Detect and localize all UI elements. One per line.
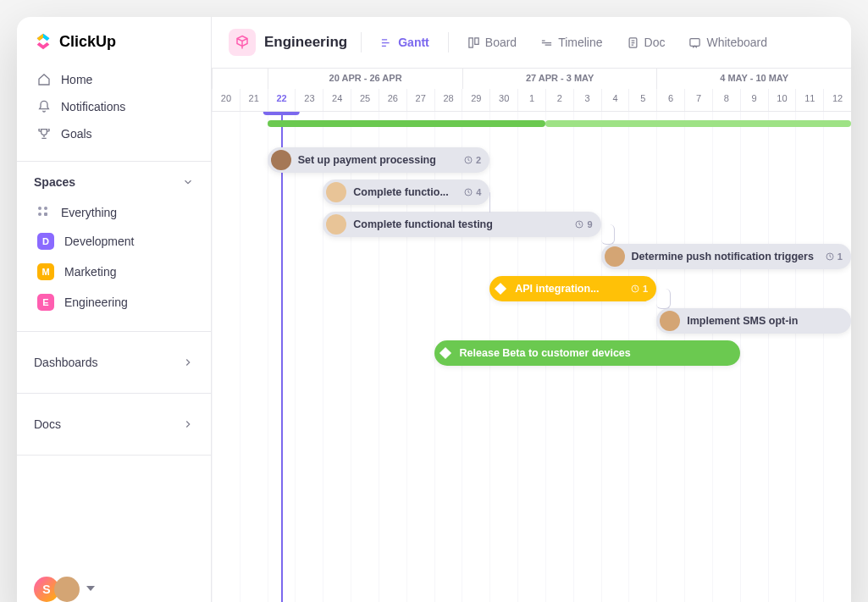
nav-home-label: Home bbox=[61, 73, 92, 86]
task-label: Complete functional testing bbox=[353, 218, 493, 230]
chevron-right-icon bbox=[182, 356, 194, 368]
day-cell: 12 bbox=[823, 89, 851, 111]
svg-point-2 bbox=[38, 213, 41, 216]
chevron-right-icon bbox=[182, 418, 194, 430]
timeline-icon bbox=[540, 36, 553, 49]
subtask-count: 2 bbox=[463, 155, 481, 165]
svg-point-1 bbox=[44, 207, 47, 210]
board-icon bbox=[467, 36, 480, 49]
nav-goals[interactable]: Goals bbox=[27, 120, 201, 147]
user-menu[interactable]: S bbox=[17, 560, 211, 602]
task-label: Set up payment processing bbox=[298, 154, 436, 166]
caret-down-icon bbox=[86, 586, 95, 593]
assignee-avatar bbox=[326, 182, 346, 202]
sidebar: ClickUp Home Notifications Goals Spaces bbox=[17, 17, 212, 602]
trophy-icon bbox=[37, 127, 51, 141]
milestone-icon bbox=[440, 347, 451, 359]
task-label: Determine push notification triggers bbox=[632, 251, 814, 262]
day-cell: 1 bbox=[517, 89, 545, 111]
day-cell: 24 bbox=[323, 89, 351, 111]
space-item-development[interactable]: DDevelopment bbox=[27, 226, 201, 257]
svg-rect-7 bbox=[690, 38, 699, 46]
week-label: 20 APR - 26 APR bbox=[268, 69, 462, 89]
view-tab-doc[interactable]: Doc bbox=[622, 32, 671, 52]
view-tab-board[interactable]: Board bbox=[462, 32, 522, 52]
task-bar[interactable]: API integration...1 bbox=[489, 276, 656, 301]
day-cell: 25 bbox=[351, 89, 379, 111]
day-cell: 30 bbox=[489, 89, 517, 111]
subtask-count: 1 bbox=[825, 251, 843, 262]
task-bar[interactable]: Complete functio...4 bbox=[323, 179, 489, 205]
task-label: Complete functio... bbox=[353, 186, 449, 198]
day-cell: 6 bbox=[656, 89, 684, 111]
nav-home[interactable]: Home bbox=[27, 66, 201, 93]
milestone-icon bbox=[495, 283, 506, 295]
day-cell: 28 bbox=[434, 89, 462, 111]
assignee-avatar bbox=[271, 150, 291, 170]
space-badge: E bbox=[37, 294, 54, 311]
day-cell: 2 bbox=[545, 89, 573, 111]
divider bbox=[17, 161, 211, 162]
brand-name: ClickUp bbox=[59, 33, 116, 51]
day-cell: 5 bbox=[628, 89, 656, 111]
day-cell: 8 bbox=[712, 89, 740, 111]
day-cell: 29 bbox=[462, 89, 489, 111]
assignee-avatar bbox=[326, 214, 346, 235]
spaces-header[interactable]: Spaces bbox=[17, 175, 211, 189]
divider bbox=[17, 455, 211, 456]
space-item-marketing[interactable]: MMarketing bbox=[27, 257, 201, 287]
nav-notifications[interactable]: Notifications bbox=[27, 93, 201, 120]
task-bar[interactable]: Release Beta to customer devices bbox=[434, 340, 740, 366]
divider bbox=[17, 393, 211, 394]
timeline-header: 20 APR - 26 APR27 APR - 3 MAY4 MAY - 10 … bbox=[212, 69, 851, 112]
day-cell: 22 bbox=[268, 89, 296, 111]
bell-icon bbox=[37, 100, 51, 113]
app-window: ClickUp Home Notifications Goals Spaces bbox=[17, 17, 851, 602]
day-cell: 9 bbox=[740, 89, 768, 111]
space-everything[interactable]: Everything bbox=[27, 199, 201, 226]
gantt-chart[interactable]: TODAY Set up payment processing2Complete… bbox=[212, 112, 851, 602]
nav-docs[interactable]: Docs bbox=[17, 407, 211, 441]
day-cell: 10 bbox=[768, 89, 796, 111]
task-bar[interactable]: Set up payment processing2 bbox=[268, 147, 490, 173]
day-cell: 26 bbox=[379, 89, 406, 111]
clickup-logo-icon bbox=[34, 32, 53, 51]
nav-dashboards[interactable]: Dashboards bbox=[17, 345, 211, 379]
current-space[interactable]: Engineering bbox=[229, 29, 347, 56]
day-cell: 11 bbox=[795, 89, 823, 111]
topbar: Engineering Gantt Board Timeline Doc bbox=[212, 17, 851, 69]
user-avatar-2 bbox=[54, 577, 80, 602]
chevron-down-icon bbox=[182, 176, 194, 188]
day-cell: 23 bbox=[295, 89, 323, 111]
task-bar[interactable]: Determine push notification triggers1 bbox=[601, 244, 851, 269]
space-badge: M bbox=[37, 263, 54, 280]
view-tab-whiteboard[interactable]: Whiteboard bbox=[683, 32, 772, 52]
task-label: API integration... bbox=[515, 283, 599, 295]
divider bbox=[17, 331, 211, 332]
view-tab-timeline[interactable]: Timeline bbox=[535, 32, 607, 52]
day-cell: 4 bbox=[601, 89, 629, 111]
day-cell: 20 bbox=[212, 89, 240, 111]
logo[interactable]: ClickUp bbox=[17, 17, 211, 66]
nav-notifications-label: Notifications bbox=[61, 100, 125, 113]
space-item-engineering[interactable]: EEngineering bbox=[27, 287, 201, 318]
main-content: Engineering Gantt Board Timeline Doc bbox=[212, 17, 851, 602]
cube-icon bbox=[229, 29, 256, 56]
subtask-count: 9 bbox=[574, 219, 592, 229]
svg-rect-4 bbox=[469, 37, 473, 47]
task-bar[interactable]: Implement SMS opt-in bbox=[656, 308, 851, 334]
task-bar[interactable]: Complete functional testing9 bbox=[323, 212, 600, 237]
view-tab-gantt[interactable]: Gantt bbox=[375, 32, 434, 52]
assignee-avatar bbox=[660, 311, 680, 331]
week-label: 27 APR - 3 MAY bbox=[462, 69, 657, 89]
day-cell: 27 bbox=[406, 89, 434, 111]
assignee-avatar bbox=[605, 246, 625, 267]
week-label: 4 MAY - 10 MAY bbox=[656, 69, 851, 89]
home-icon bbox=[37, 73, 51, 86]
gantt-icon bbox=[380, 36, 393, 49]
doc-icon bbox=[627, 36, 639, 49]
day-cell: 3 bbox=[573, 89, 601, 111]
space-badge: D bbox=[37, 233, 54, 250]
subtask-count: 1 bbox=[630, 284, 648, 294]
svg-point-0 bbox=[38, 207, 41, 210]
